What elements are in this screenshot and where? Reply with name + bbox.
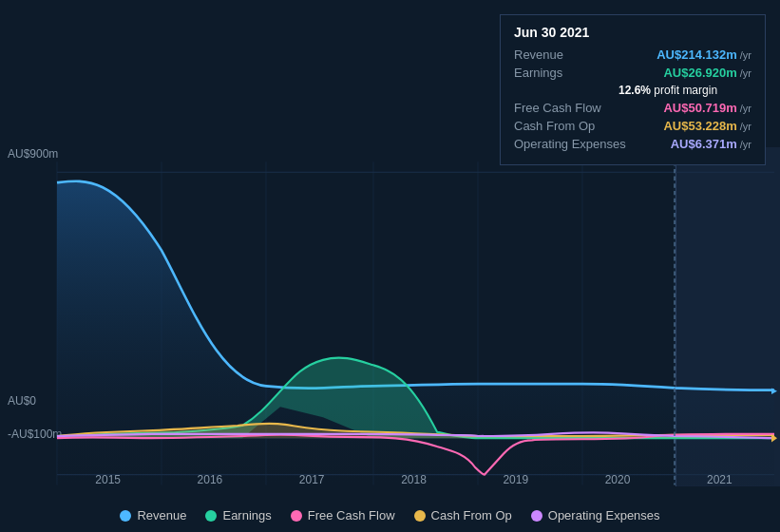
x-label-2020: 2020 [566, 473, 668, 486]
tooltip-value-opex: AU$6.371m/yr [671, 137, 751, 151]
legend-item-earnings[interactable]: Earnings [205, 508, 271, 522]
legend-item-fcf[interactable]: Free Cash Flow [291, 508, 395, 522]
profit-margin-label: 12.6% profit margin [514, 84, 751, 97]
legend-dot-opex [531, 510, 542, 522]
tooltip-row-cashfromop: Cash From Op AU$53.228m/yr [514, 119, 751, 133]
tooltip-value-cashfromop: AU$53.228m/yr [663, 119, 751, 133]
tooltip-label-opex: Operating Expenses [514, 137, 626, 151]
tooltip-label-fcf: Free Cash Flow [514, 101, 618, 115]
legend-label-earnings: Earnings [222, 508, 271, 522]
tooltip-row-revenue: Revenue AU$214.132m/yr [514, 48, 751, 62]
tooltip-label-revenue: Revenue [514, 48, 618, 62]
x-label-2016: 2016 [159, 473, 260, 486]
legend-item-cashfromop[interactable]: Cash From Op [414, 508, 512, 522]
legend-dot-cashfromop [414, 510, 426, 522]
x-label-2015: 2015 [57, 473, 159, 486]
tooltip-label-cashfromop: Cash From Op [514, 119, 618, 133]
tooltip-label-earnings: Earnings [514, 66, 618, 80]
x-label-2019: 2019 [465, 473, 566, 486]
legend-dot-fcf [291, 510, 302, 522]
tooltip-row-opex: Operating Expenses AU$6.371m/yr [514, 137, 751, 151]
tooltip-date: Jun 30 2021 [514, 25, 751, 40]
legend-dot-earnings [205, 510, 217, 522]
legend-label-opex: Operating Expenses [548, 508, 660, 522]
legend-item-opex[interactable]: Operating Expenses [531, 508, 660, 522]
legend-label-fcf: Free Cash Flow [308, 508, 395, 522]
data-tooltip: Jun 30 2021 Revenue AU$214.132m/yr Earni… [500, 14, 766, 165]
legend-label-revenue: Revenue [137, 508, 186, 522]
x-label-2021: 2021 [669, 473, 770, 486]
x-label-2018: 2018 [363, 473, 465, 486]
tooltip-value-earnings: AU$26.920m/yr [663, 66, 751, 80]
chart-legend: Revenue Earnings Free Cash Flow Cash Fro… [0, 508, 780, 522]
tooltip-value-fcf: AU$50.719m/yr [663, 101, 751, 115]
x-label-2017: 2017 [261, 473, 363, 486]
tooltip-row-fcf: Free Cash Flow AU$50.719m/yr [514, 101, 751, 115]
legend-item-revenue[interactable]: Revenue [120, 508, 186, 522]
tooltip-value-revenue: AU$214.132m/yr [656, 48, 751, 62]
legend-label-cashfromop: Cash From Op [431, 508, 512, 522]
legend-dot-revenue [120, 510, 131, 522]
tooltip-row-earnings: Earnings AU$26.920m/yr [514, 66, 751, 80]
x-axis: 2015 2016 2017 2018 2019 2020 2021 [0, 473, 780, 486]
